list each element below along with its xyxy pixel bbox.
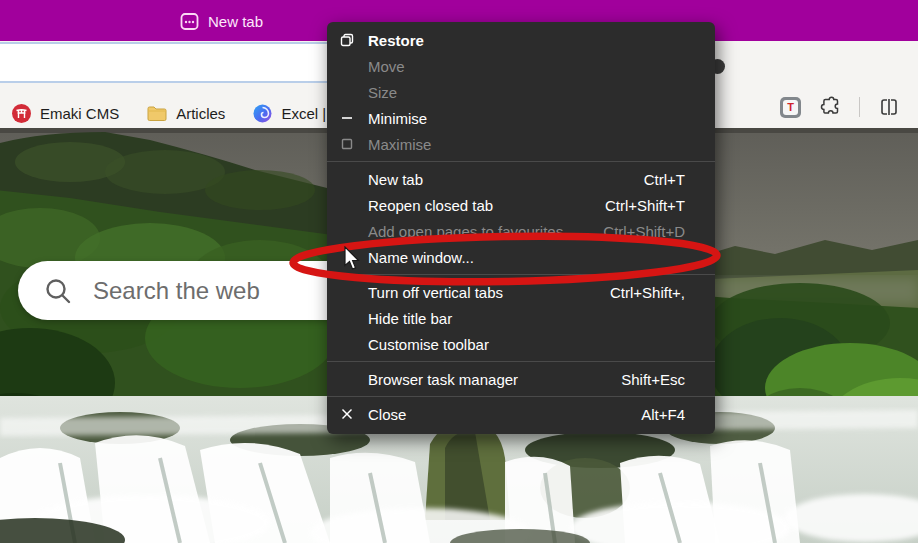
menu-item-reopen-closed-tab[interactable]: Reopen closed tab Ctrl+Shift+T <box>327 192 715 218</box>
menu-shortcut: Ctrl+Shift+D <box>603 223 685 240</box>
toolbar-divider <box>859 97 860 117</box>
menu-shortcut: Ctrl+Shift+T <box>605 197 685 214</box>
bookmark-label: Emaki CMS <box>40 105 119 122</box>
toolbar-right-icons: T <box>780 93 900 121</box>
menu-shortcut: Shift+Esc <box>621 371 685 388</box>
menu-item-new-tab[interactable]: New tab Ctrl+T <box>327 166 715 192</box>
menu-shortcut: Ctrl+T <box>644 171 685 188</box>
menu-label: Move <box>368 58 405 75</box>
menu-separator <box>327 274 715 275</box>
microsoft-swirl-favicon <box>253 104 272 123</box>
menu-shortcut: Ctrl+Shift+, <box>610 284 685 301</box>
menu-label: Maximise <box>368 136 431 153</box>
menu-item-turn-off-vertical-tabs[interactable]: Turn off vertical tabs Ctrl+Shift+, <box>327 279 715 305</box>
menu-label: Name window... <box>368 249 474 266</box>
menu-item-size: Size <box>327 79 715 105</box>
menu-label: Customise toolbar <box>368 336 489 353</box>
extensions-puzzle-icon[interactable] <box>819 96 841 118</box>
active-tab-label: New tab <box>208 13 263 30</box>
menu-item-browser-task-manager[interactable]: Browser task manager Shift+Esc <box>327 366 715 392</box>
menu-label: Minimise <box>368 110 427 127</box>
menu-label: New tab <box>368 171 423 188</box>
menu-label: Turn off vertical tabs <box>368 284 503 301</box>
close-icon <box>339 406 355 422</box>
active-tab[interactable]: New tab <box>180 8 263 34</box>
menu-shortcut: Alt+F4 <box>641 406 685 423</box>
bookmark-articles[interactable]: Articles <box>147 105 225 122</box>
menu-label: Restore <box>368 32 424 49</box>
menu-item-close[interactable]: Close Alt+F4 <box>327 401 715 427</box>
restore-icon <box>339 32 355 48</box>
new-tab-page-icon <box>180 12 199 31</box>
menu-separator <box>327 396 715 397</box>
menu-item-maximise: Maximise <box>327 131 715 157</box>
bookmarks-bar: Emaki CMS Articles Excel | Mi <box>12 98 346 128</box>
bookmark-emaki-cms[interactable]: Emaki CMS <box>12 104 119 123</box>
search-magnifier-icon <box>43 276 73 306</box>
yellow-folder-favicon <box>147 105 167 122</box>
menu-label: Reopen closed tab <box>368 197 493 214</box>
menu-label: Hide title bar <box>368 310 452 327</box>
menu-item-restore[interactable]: Restore <box>327 27 715 53</box>
menu-label: Browser task manager <box>368 371 518 388</box>
minimize-icon <box>339 110 355 126</box>
menu-separator <box>327 161 715 162</box>
menu-label: Close <box>368 406 406 423</box>
menu-item-add-open-pages-to-favourites: Add open pages to favourites Ctrl+Shift+… <box>327 218 715 244</box>
t-extension-letter: T <box>787 101 794 113</box>
torii-red-circle-favicon <box>12 104 31 123</box>
window-context-menu: Restore Move Size Minimise Maximise New … <box>327 22 715 434</box>
menu-item-customise-toolbar[interactable]: Customise toolbar <box>327 331 715 357</box>
bookmark-label: Articles <box>176 105 225 122</box>
menu-item-move: Move <box>327 53 715 79</box>
menu-label: Add open pages to favourites <box>368 223 563 240</box>
maximize-icon <box>339 136 355 152</box>
menu-separator <box>327 361 715 362</box>
menu-item-name-window[interactable]: Name window... <box>327 244 715 270</box>
menu-item-hide-title-bar[interactable]: Hide title bar <box>327 305 715 331</box>
split-screen-icon[interactable] <box>878 97 900 117</box>
t-extension-icon[interactable]: T <box>780 97 801 118</box>
menu-label: Size <box>368 84 397 101</box>
menu-item-minimise[interactable]: Minimise <box>327 105 715 131</box>
